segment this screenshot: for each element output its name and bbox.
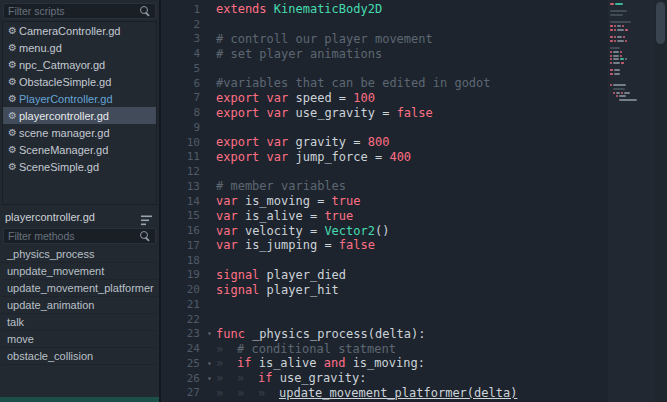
fold-arrow-icon[interactable]: ▾: [203, 374, 216, 383]
code-text: var velocity = Vector2(): [216, 224, 608, 238]
code-line[interactable]: 4# set player animations: [161, 46, 608, 61]
code-line[interactable]: 23▾func _physics_process(delta):: [161, 327, 608, 342]
line-number: 20: [161, 283, 203, 296]
code-line[interactable]: 9: [161, 120, 608, 135]
script-item[interactable]: ⚙SceneManager.gd: [3, 141, 156, 158]
script-item[interactable]: ⚙scene manager.gd: [3, 124, 156, 141]
script-item[interactable]: ⚙SceneSimple.gd: [3, 158, 156, 175]
script-item[interactable]: ⚙playercontroller.gd: [3, 107, 156, 124]
code-line[interactable]: 17var is_jumping = false: [161, 238, 608, 253]
code-line[interactable]: 25▾»if is_alive and is_moving:: [161, 356, 608, 371]
script-item[interactable]: ⚙ObstacleSimple.gd: [3, 73, 156, 90]
code-line[interactable]: 20signal player_hit: [161, 282, 608, 297]
method-item[interactable]: unpdate_movement: [2, 263, 157, 280]
script-list: ⚙CameraController.gd⚙menu.gd⚙npc_Catmayo…: [2, 21, 157, 205]
code-line[interactable]: 7export var speed = 100: [161, 91, 608, 106]
code-line[interactable]: 10export var gravity = 800: [161, 135, 608, 150]
line-number: 24: [161, 342, 203, 355]
code-line[interactable]: 27»»»update_movement_platformer(delta): [161, 386, 608, 401]
code-text: func _physics_process(delta):: [216, 327, 608, 341]
script-item[interactable]: ⚙PlayerController.gd: [3, 90, 156, 107]
code-line[interactable]: 6#variables that can be edited in godot: [161, 76, 608, 91]
line-number: 7: [161, 91, 203, 104]
code-line[interactable]: 24»# conditional statment: [161, 341, 608, 356]
line-number: 22: [161, 313, 203, 326]
code-text: # controll our player movement: [216, 32, 608, 46]
code-text: var is_moving = true: [216, 194, 608, 208]
line-number: 18: [161, 254, 203, 267]
line-number: 1: [161, 3, 203, 16]
code-text: »»if use_gravity:: [216, 371, 608, 385]
code-line[interactable]: 18: [161, 253, 608, 268]
sort-methods-icon[interactable]: [141, 212, 154, 223]
code-line[interactable]: 13# member variables: [161, 179, 608, 194]
code-line[interactable]: 26▾»»if use_gravity:: [161, 371, 608, 386]
scrollbar-thumb[interactable]: [656, 2, 665, 44]
code-text: extends KinematicBody2D: [216, 2, 608, 16]
gdscript-icon: ⚙: [6, 107, 19, 124]
method-item[interactable]: talk: [2, 314, 157, 331]
gdscript-icon: ⚙: [6, 22, 19, 39]
code-line[interactable]: 12: [161, 164, 608, 179]
code-text: var is_alive = true: [216, 209, 608, 223]
code-line[interactable]: 11export var jump_force = 400: [161, 150, 608, 165]
script-item[interactable]: ⚙npc_Catmayor.gd: [3, 56, 156, 73]
indent-guide: »: [216, 371, 237, 385]
line-number: 19: [161, 268, 203, 281]
indent-guide: »: [237, 386, 258, 400]
code-line[interactable]: 19signal player_died: [161, 268, 608, 283]
current-script-label: playercontroller.gd: [5, 211, 95, 223]
method-item[interactable]: update_animation: [2, 297, 157, 314]
line-number: 15: [161, 209, 203, 222]
line-number: 2: [161, 18, 203, 31]
code-text: # member variables: [216, 179, 608, 193]
method-item[interactable]: update_movement_platformer: [2, 280, 157, 297]
line-number: 21: [161, 298, 203, 311]
line-number: 6: [161, 77, 203, 90]
script-item[interactable]: ⚙CameraController.gd: [3, 22, 156, 39]
filter-scripts-input[interactable]: [4, 5, 140, 17]
code-line[interactable]: 15var is_alive = true: [161, 209, 608, 224]
code-line[interactable]: 2: [161, 17, 608, 32]
gdscript-icon: ⚙: [6, 158, 19, 175]
code-text: var is_jumping = false: [216, 238, 608, 252]
method-item[interactable]: obstacle_collision: [2, 348, 157, 365]
search-icon: [140, 231, 151, 242]
bottom-panel-edge: [0, 397, 159, 402]
code-line[interactable]: 8export var use_gravity = false: [161, 105, 608, 120]
line-number: 13: [161, 180, 203, 193]
code-line[interactable]: 21: [161, 297, 608, 312]
gdscript-icon: ⚙: [6, 124, 19, 141]
fold-arrow-icon[interactable]: ▾: [203, 329, 216, 338]
code-text: export var jump_force = 400: [216, 150, 608, 164]
script-item[interactable]: ⚙menu.gd: [3, 39, 156, 56]
script-name: playercontroller.gd: [19, 110, 109, 122]
line-number: 5: [161, 62, 203, 75]
minimap[interactable]: [608, 0, 654, 402]
line-number: 3: [161, 32, 203, 45]
code-text: »# conditional statment: [216, 342, 608, 356]
code-line[interactable]: 14var is_moving = true: [161, 194, 608, 209]
vertical-scrollbar[interactable]: [654, 0, 667, 402]
gdscript-icon: ⚙: [6, 141, 19, 158]
code-line[interactable]: 16var velocity = Vector2(): [161, 223, 608, 238]
filter-methods-input[interactable]: [4, 230, 140, 242]
script-name: ObstacleSimple.gd: [19, 76, 111, 88]
code-text: # set player animations: [216, 47, 608, 61]
search-icon: [140, 6, 151, 17]
code-line[interactable]: 5: [161, 61, 608, 76]
line-number: 16: [161, 224, 203, 237]
line-number: 10: [161, 136, 203, 149]
code-line[interactable]: 3# controll our player movement: [161, 32, 608, 47]
code-line[interactable]: 1extends KinematicBody2D: [161, 2, 608, 17]
minimap-marks: [610, 3, 652, 101]
method-item[interactable]: _physics_process: [2, 246, 157, 263]
code-line[interactable]: 22: [161, 312, 608, 327]
gdscript-icon: ⚙: [6, 56, 19, 73]
line-number: 12: [161, 165, 203, 178]
line-number: 23: [161, 327, 203, 340]
fold-arrow-icon[interactable]: ▾: [203, 359, 216, 368]
method-item[interactable]: move: [2, 331, 157, 348]
line-number: 26: [161, 372, 203, 385]
script-name: menu.gd: [19, 42, 62, 54]
